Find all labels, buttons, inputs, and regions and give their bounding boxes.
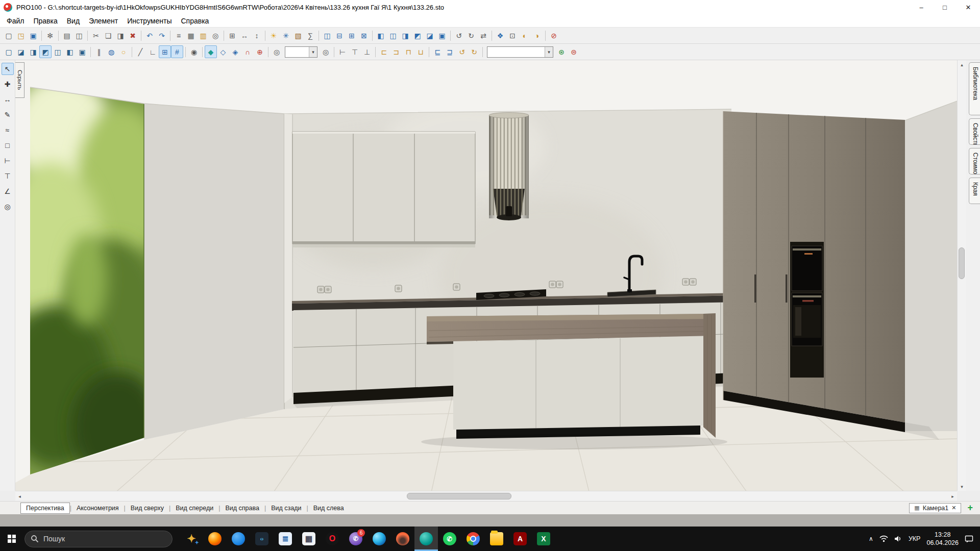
edit-material-button[interactable]: ⊛ — [555, 45, 568, 58]
view-semitransparent-button[interactable]: ◧ — [64, 45, 76, 58]
split-vertical-button[interactable]: ⊟ — [333, 29, 346, 42]
dim-vertical-button[interactable]: ⊤ — [349, 45, 361, 58]
vertical-scroll-thumb[interactable] — [959, 247, 965, 279]
taskbar-file-explorer[interactable] — [485, 527, 508, 551]
align-left-button[interactable]: ◧ — [375, 29, 387, 42]
menu-edit[interactable]: Правка — [29, 15, 62, 27]
find-element-button[interactable]: ◎ — [209, 29, 222, 42]
scroll-down-arrow[interactable]: ▾ — [958, 482, 966, 491]
align-bottom-button[interactable]: ◪ — [424, 29, 436, 42]
mirror-button[interactable]: ⇄ — [477, 29, 489, 42]
rotate-right-button[interactable]: ↻ — [465, 29, 477, 42]
scroll-right-arrow[interactable]: ▸ — [948, 492, 957, 500]
view-sketch-button[interactable]: ◪ — [15, 45, 27, 58]
taskbar-chrome[interactable] — [461, 527, 485, 551]
side-tab-library[interactable]: Библиотека — [969, 62, 980, 115]
split-horizontal-button[interactable]: ◫ — [321, 29, 333, 42]
move-down-button[interactable]: ⊔ — [414, 45, 427, 58]
print-preview-button[interactable]: ◫ — [73, 29, 85, 42]
cooker-hood[interactable] — [489, 113, 529, 221]
action-center-icon[interactable] — [965, 535, 973, 543]
taskbar-dev-app[interactable]: ‹› — [250, 527, 274, 551]
undo-button[interactable]: ↶ — [143, 29, 156, 42]
start-button[interactable] — [0, 527, 23, 551]
magnet-button[interactable]: ∩ — [241, 45, 254, 58]
view-textures-button[interactable]: ◩ — [39, 45, 52, 58]
horizontal-scroll-track[interactable] — [24, 491, 948, 501]
camera-tab-close-icon[interactable]: ✕ — [951, 505, 956, 511]
redo-button[interactable]: ↷ — [156, 29, 168, 42]
view-tab-axonometry[interactable]: Аксонометрия — [71, 503, 124, 513]
rotation-center-button[interactable]: ⊕ — [254, 45, 266, 58]
copy-button[interactable]: ❏ — [102, 29, 114, 42]
taskbar-opera[interactable]: O — [321, 527, 344, 551]
render-settings-button[interactable]: ❖ — [494, 29, 506, 42]
horizontal-scrollbar[interactable]: ◂ ▸ — [15, 491, 957, 501]
cut-button[interactable]: ✂ — [90, 29, 102, 42]
zoom-extents-button[interactable]: ◎ — [320, 45, 332, 58]
dimensions-button[interactable]: ↔ — [238, 29, 251, 42]
taskbar-edge[interactable] — [368, 527, 391, 551]
taskbar-acrobat[interactable]: A — [508, 527, 532, 551]
view-tab-right-view[interactable]: Вид справа — [220, 503, 264, 513]
view-tab-top-view[interactable]: Вид сверху — [126, 503, 169, 513]
zoom-window-button[interactable]: ◎ — [271, 45, 283, 58]
view-contours-button[interactable]: ◫ — [52, 45, 64, 58]
viewport[interactable]: Скрыть — [15, 60, 957, 491]
menu-element[interactable]: Элемент — [84, 15, 122, 27]
insert-box-button[interactable]: ⊡ — [506, 29, 519, 42]
paste-button[interactable]: ◨ — [114, 29, 127, 42]
vertical-scrollbar[interactable]: ▴ ▾ — [957, 60, 966, 491]
pen-tool-button[interactable]: ✎ — [2, 109, 14, 121]
view-shadows-button[interactable]: ▣ — [76, 45, 88, 58]
align-middle-button[interactable]: ▣ — [436, 29, 448, 42]
report-button[interactable]: ▦ — [185, 29, 197, 42]
align-center-h-button[interactable]: ◫ — [387, 29, 399, 42]
taskbar-excel[interactable]: X — [532, 527, 555, 551]
select-tool-button[interactable]: ↖ — [2, 63, 14, 75]
angle-tool-button[interactable]: ∠ — [2, 185, 14, 197]
view-tab-back-view[interactable]: Вид сзади — [266, 503, 306, 513]
photorealism-button[interactable]: ◍ — [105, 45, 117, 58]
taskbar-search[interactable] — [24, 531, 173, 547]
structure-button[interactable]: ⊞ — [226, 29, 238, 42]
view-colors-button[interactable]: ◨ — [27, 45, 39, 58]
show-grid-button[interactable]: # — [171, 45, 183, 58]
taskbar-viber[interactable]: ✆6 — [344, 527, 368, 551]
rotate-left-button[interactable]: ↺ — [453, 29, 465, 42]
rotate-element-ccw-button[interactable]: ↺ — [456, 45, 468, 58]
align-wall-left-button[interactable]: ⊑ — [431, 45, 444, 58]
levels-button[interactable]: ↕ — [251, 29, 263, 42]
view-tab-perspective[interactable]: Перспектива — [20, 503, 70, 514]
taskbar-whatsapp[interactable]: ✆ — [438, 527, 461, 551]
language-indicator[interactable]: УКР — [909, 535, 921, 542]
menu-tools[interactable]: Инструменты — [122, 15, 176, 27]
render-light-button[interactable]: ☀ — [267, 29, 280, 42]
view-wireframe-button[interactable]: ▢ — [3, 45, 15, 58]
viewport-3d-scene[interactable] — [15, 60, 957, 491]
taskbar-calc-app[interactable]: ▦ — [297, 527, 321, 551]
align-wall-right-button[interactable]: ⊒ — [444, 45, 456, 58]
taskbar-pro100[interactable] — [414, 527, 438, 551]
merge-cells-button[interactable]: ⊞ — [346, 29, 358, 42]
close-button[interactable]: ✕ — [957, 0, 980, 14]
element-list-button[interactable]: ≡ — [173, 29, 185, 42]
upper-cabinets[interactable] — [292, 132, 475, 244]
view-tab-front-view[interactable]: Вид спереди — [170, 503, 218, 513]
move-right-button[interactable]: ⊐ — [390, 45, 402, 58]
render-quality-button[interactable]: ✳ — [280, 29, 292, 42]
ungroup-button[interactable]: ◑ — [531, 29, 543, 42]
draw-edges-button[interactable]: ╱ — [134, 45, 146, 58]
draw-axes-button[interactable]: ∟ — [146, 45, 159, 58]
minimize-button[interactable]: – — [910, 0, 933, 14]
tall-cabinets[interactable] — [723, 111, 905, 432]
usage-report-button[interactable]: ⊜ — [568, 45, 580, 58]
snap-edges-button[interactable]: ◇ — [217, 45, 229, 58]
group-button[interactable]: ◐ — [519, 29, 531, 42]
open-project-button[interactable]: ◳ — [15, 29, 27, 42]
pause-render-button[interactable]: ∥ — [93, 45, 105, 58]
textures-button[interactable]: ▧ — [292, 29, 304, 42]
dimension-tool-button[interactable]: ↔ — [2, 93, 14, 106]
stop-render-button[interactable]: ⊘ — [548, 29, 560, 42]
summary-button[interactable]: ∑ — [304, 29, 316, 42]
